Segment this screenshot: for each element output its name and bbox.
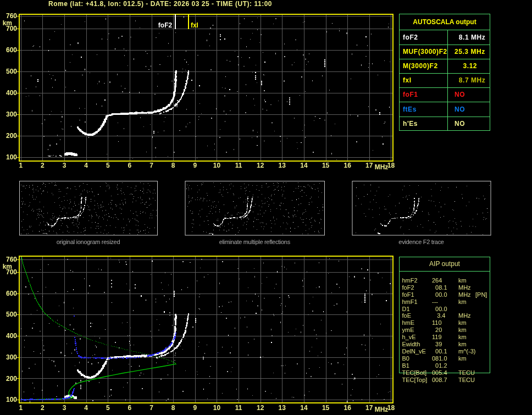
autoscala-column-divider xyxy=(447,87,448,102)
aip-row-value: 00.0 xyxy=(432,306,447,312)
aip-row-extra: [PN] xyxy=(475,291,487,298)
autoscala-table-row: foF2 8.1 MHz xyxy=(400,30,490,45)
autoscala-row-value: 3.12 xyxy=(455,62,477,70)
aip-row-value: 264 xyxy=(432,277,442,284)
page-title: Rome (lat: +41.8, lon: 012.5) - DATE: 20… xyxy=(48,0,272,8)
fxi-marker-label: fxI xyxy=(191,21,198,29)
x-tick-label: 2 xyxy=(34,162,51,169)
aip-row-value: 00.0 xyxy=(432,291,447,298)
x-tick-label: 5 xyxy=(99,162,117,169)
y-tick-label: 400 xyxy=(0,89,17,97)
x-tick-label: 9 xyxy=(186,162,204,169)
y-tick-label: 760 xyxy=(0,256,17,263)
x-tick-label: 15 xyxy=(317,162,335,169)
aip-row-label: TEC[Top] xyxy=(402,377,428,383)
autoscala-column-divider xyxy=(447,45,448,59)
x-tick-label: 6 xyxy=(121,404,138,412)
aip-row-label: B1 xyxy=(402,362,409,369)
aip-table-row: ymE 20km xyxy=(399,327,531,333)
aip-row-label: hmF1 xyxy=(402,298,418,305)
aip-row-label: h_vE xyxy=(402,334,416,340)
x-tick-label: 8 xyxy=(164,162,182,169)
autoscala-row-label: foF2 xyxy=(403,34,418,41)
y-tick-label: 500 xyxy=(0,311,17,318)
autoscala-table-header: AUTOSCALA output xyxy=(400,14,490,30)
autoscala-row-label: ftEs xyxy=(403,106,417,113)
aip-row-value: 08.1 xyxy=(432,284,447,291)
aip-table-row: h_vE119km xyxy=(399,334,531,340)
x-tick-label: 11 xyxy=(230,404,247,412)
autoscala-column-divider xyxy=(447,73,448,87)
aip-row-label: DelN_vE xyxy=(402,348,426,355)
x-tick-label: 16 xyxy=(339,404,356,412)
aip-table-row: DelN_vE 00.1m^(-3) xyxy=(399,348,531,355)
autoscala-row-label: MUF(3000)F2 xyxy=(403,48,447,56)
aip-table-row: hmF2264km xyxy=(399,277,531,284)
aip-table-row: TEC[Bot]005.4TECU xyxy=(399,369,531,376)
aip-row-label: Ewidth xyxy=(402,341,420,347)
x-tick-label: 1 xyxy=(12,404,30,412)
aip-row-value: 119 xyxy=(432,334,442,340)
y-tick-label: 200 xyxy=(0,132,17,140)
x-tick-label: 1 xyxy=(12,162,30,169)
autoscala-table-row: h'EsNO xyxy=(400,117,490,131)
aip-row-value: 39 xyxy=(432,341,442,347)
x-tick-label: 10 xyxy=(208,404,226,412)
y-tick-label: 100 xyxy=(0,153,17,161)
autoscala-column-divider xyxy=(447,102,448,117)
x-tick-label: 2 xyxy=(34,404,51,412)
aip-row-label: ymE xyxy=(402,327,414,333)
aip-row-value: 01.2 xyxy=(432,362,447,369)
aip-row-unit: km xyxy=(458,277,467,284)
x-tick-label: 7 xyxy=(143,162,160,169)
x-tick-label: 3 xyxy=(56,162,73,169)
autoscala-column-divider xyxy=(447,30,448,45)
aip-row-unit: km xyxy=(458,355,467,362)
autoscala-row-value: NO xyxy=(455,120,465,128)
y-axis-unit-label: km xyxy=(0,19,12,27)
aip-row-label: TEC[Bot] xyxy=(402,369,427,376)
aip-row-unit: MHz xyxy=(458,312,471,319)
aip-table-row: hmF1---km xyxy=(399,298,531,305)
aip-row-unit: km xyxy=(458,319,467,326)
autoscala-table-row: fxI 8.7 MHz xyxy=(400,73,490,88)
autoscala-output-table: AUTOSCALA outputfoF2 8.1 MHzMUF(3000)F22… xyxy=(399,14,490,131)
y-axis-unit-label: km xyxy=(0,263,12,270)
autoscala-table-row: M(3000)F2 3.12 xyxy=(400,59,490,74)
aip-row-unit: TECU xyxy=(458,377,475,383)
autoscala-row-label: h'Es xyxy=(403,120,418,128)
x-tick-label: 13 xyxy=(273,162,291,169)
x-tick-label: 14 xyxy=(295,162,313,169)
x-tick-label: 15 xyxy=(317,404,335,412)
aip-row-label: foE xyxy=(402,312,412,319)
autoscala-row-label: M(3000)F2 xyxy=(403,62,438,70)
aip-row-value: 081.0 xyxy=(432,355,447,362)
x-tick-label: 16 xyxy=(339,162,356,169)
x-tick-label: 7 xyxy=(143,404,160,412)
aip-row-value: 00.1 xyxy=(432,348,447,355)
autoscala-row-value: 8.7 MHz xyxy=(455,76,485,84)
x-tick-label: 3 xyxy=(56,404,73,412)
x-tick-label: 9 xyxy=(186,404,204,412)
aip-table-row: D1 00.0 xyxy=(399,306,531,312)
x-tick-label: 10 xyxy=(208,162,226,169)
aip-header-underline xyxy=(399,271,490,272)
y-tick-label: 300 xyxy=(0,353,17,361)
aip-table-row: foF1 00.0MHz[PN] xyxy=(399,291,531,298)
aip-table-row: B1 01.2 xyxy=(399,362,531,369)
autoscala-row-value: 8.1 MHz xyxy=(455,34,485,41)
aip-row-label: foF2 xyxy=(402,284,414,291)
x-tick-label: 11 xyxy=(230,162,247,169)
autoscala-row-value: NO xyxy=(455,106,465,113)
x-tick-label: 6 xyxy=(121,162,138,169)
x-tick-label: 12 xyxy=(252,404,269,412)
y-tick-label: 600 xyxy=(0,46,17,54)
aip-row-label: hmE xyxy=(402,319,415,326)
aip-row-value: --- xyxy=(432,298,438,305)
x-tick-label: 8 xyxy=(164,404,182,412)
aip-row-label: foF1 xyxy=(402,291,414,298)
autoscala-table-row: ftEsNO xyxy=(400,102,490,117)
aip-output-table: AIP outputhmF2264kmfoF2 08.1MHzfoF1 00.0… xyxy=(399,257,531,415)
autoscala-screen: Rome (lat: +41.8, lon: 012.5) - DATE: 20… xyxy=(0,0,532,415)
aip-row-value: 005.4 xyxy=(432,369,447,376)
